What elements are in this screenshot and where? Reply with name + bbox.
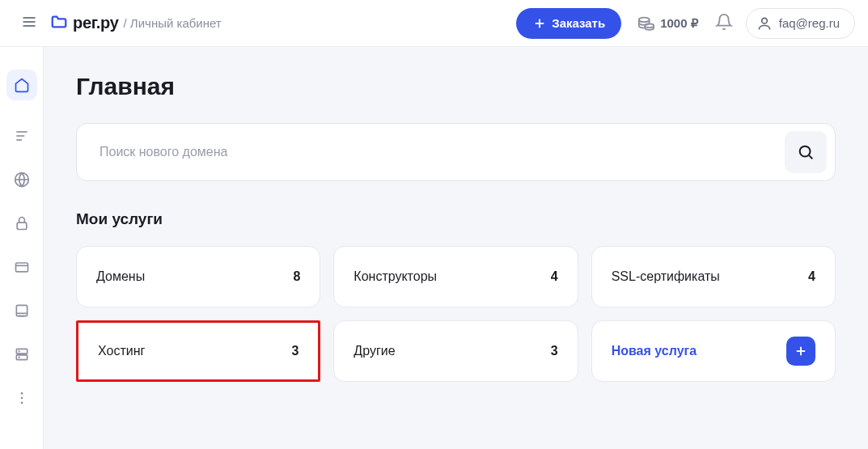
sidebar-item-storage[interactable]	[14, 346, 30, 362]
svg-rect-20	[16, 355, 27, 360]
card-label: Хостинг	[98, 344, 145, 358]
more-vertical-icon	[14, 390, 30, 406]
section-title-services: Мои услуги	[76, 210, 836, 228]
sidebar-item-servers[interactable]	[14, 303, 30, 319]
svg-point-7	[761, 18, 767, 23]
order-label: Заказать	[552, 16, 605, 30]
sidebar-item-more[interactable]	[14, 390, 30, 406]
card-icon	[14, 259, 30, 275]
order-button[interactable]: Заказать	[516, 8, 621, 39]
logo[interactable]: рег.ру	[50, 13, 119, 34]
svg-point-6	[645, 23, 654, 28]
user-email: faq@reg.ru	[779, 16, 840, 30]
svg-point-25	[20, 402, 23, 405]
sidebar-item-globe[interactable]	[14, 172, 30, 188]
card-count: 3	[291, 344, 299, 358]
card-count: 3	[551, 344, 558, 358]
card-label: Конструкторы	[354, 269, 437, 284]
globe-icon	[14, 172, 30, 188]
service-card-domains[interactable]: Домены 8	[76, 246, 320, 307]
sidebar	[0, 47, 44, 449]
svg-point-22	[19, 357, 19, 358]
logo-text: рег.ру	[73, 14, 119, 32]
sidebar-item-billing[interactable]	[14, 259, 30, 275]
svg-point-5	[639, 17, 650, 22]
domain-search-box	[76, 123, 836, 181]
svg-rect-14	[15, 263, 28, 272]
plus-icon	[532, 16, 547, 31]
card-count: 4	[808, 269, 815, 284]
add-service-button[interactable]	[786, 337, 815, 366]
balance[interactable]: 1000 ₽	[637, 15, 699, 32]
user-icon	[756, 15, 773, 32]
svg-point-21	[19, 351, 19, 352]
card-label: Новая услуга	[612, 344, 697, 358]
card-label: SSL-сертификаты	[612, 269, 720, 284]
service-card-new[interactable]: Новая услуга	[591, 320, 836, 382]
search-icon	[797, 143, 815, 161]
svg-rect-16	[16, 305, 27, 316]
domain-search-input[interactable]	[100, 145, 785, 159]
svg-rect-19	[16, 349, 27, 354]
svg-point-24	[20, 397, 23, 400]
bell-icon	[715, 13, 733, 31]
lock-icon	[14, 215, 30, 231]
sidebar-item-home[interactable]	[6, 70, 37, 100]
card-label: Другие	[354, 344, 395, 358]
server-icon	[14, 303, 30, 319]
breadcrumb: / Личный кабинет	[124, 16, 222, 30]
home-icon	[14, 77, 30, 93]
storage-icon	[14, 346, 30, 362]
card-count: 4	[551, 269, 558, 284]
service-card-hosting[interactable]: Хостинг 3	[76, 320, 320, 382]
page-title: Главная	[76, 73, 836, 100]
service-card-builders[interactable]: Конструкторы 4	[333, 246, 578, 307]
svg-rect-13	[17, 222, 27, 229]
hamburger-icon	[21, 14, 37, 30]
sidebar-item-security[interactable]	[14, 215, 30, 231]
sidebar-item-list[interactable]	[14, 128, 30, 144]
search-button[interactable]	[785, 131, 827, 173]
service-card-ssl[interactable]: SSL-сертификаты 4	[591, 246, 836, 307]
svg-line-27	[809, 155, 812, 159]
svg-point-23	[20, 392, 23, 395]
plus-icon	[794, 344, 808, 358]
list-icon	[14, 128, 30, 144]
coins-icon	[637, 15, 655, 32]
folder-icon	[50, 13, 68, 34]
svg-point-26	[800, 146, 811, 157]
user-menu[interactable]: faq@reg.ru	[746, 8, 855, 39]
notifications-button[interactable]	[715, 13, 733, 34]
balance-value: 1000 ₽	[660, 16, 699, 31]
service-card-other[interactable]: Другие 3	[333, 320, 578, 382]
card-count: 8	[293, 269, 300, 284]
hamburger-menu-button[interactable]	[16, 9, 42, 37]
card-label: Домены	[96, 269, 145, 284]
